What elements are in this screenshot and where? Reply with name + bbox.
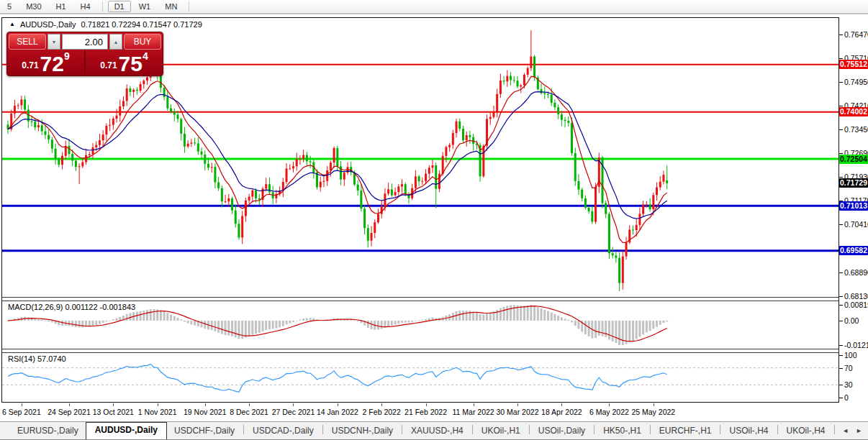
rsi-panel[interactable]: RSI(14) 57.0740 — [2, 352, 838, 402]
price-tick — [839, 35, 843, 35]
date-label: 1 Nov 2021 — [138, 408, 177, 416]
timeframe-toolbar: 5M30H1H4D1W1MN — [0, 0, 868, 14]
macd-panel[interactable]: MACD(12,26,9) 0.001122 -0.001843 — [2, 301, 838, 349]
rsi-label: RSI(14) 57.0740 — [8, 354, 66, 363]
tab-separator — [243, 425, 244, 434]
tab-separator — [402, 425, 402, 434]
date-label: 8 Dec 2021 — [230, 408, 268, 416]
macd-signal-line — [8, 306, 667, 342]
price-tick-label: 0.70410 — [844, 220, 868, 229]
timeframe-button-5[interactable]: 5 — [1, 1, 18, 12]
timeframe-button-h4[interactable]: H4 — [74, 1, 97, 12]
tab-separator — [529, 425, 530, 434]
price-tick-label: 0.74950 — [844, 78, 868, 86]
price-badge: 0.69582 — [839, 246, 868, 255]
volume-decrease-button[interactable]: ▼ — [48, 34, 60, 50]
tab-eurchf-h1[interactable]: EURCHF-,H1 — [652, 423, 719, 439]
symbol-tab-bar: EURUSD-,DailyAUDUSD-,DailyUSDCHF-,DailyU… — [0, 421, 868, 440]
date-tick — [609, 403, 610, 406]
date-tick — [654, 403, 654, 406]
price-chart-panel[interactable]: ▲ AUDUSD-,Daily 0.71821 0.72294 0.71547 … — [2, 18, 838, 298]
volume-increase-button[interactable]: ▲ — [109, 34, 122, 50]
date-tick — [381, 403, 382, 406]
tab-usoil-h4[interactable]: USOil-,H4 — [722, 423, 775, 439]
price-tick — [839, 224, 843, 225]
timeframe-button-d1[interactable]: D1 — [108, 1, 131, 12]
date-label: 18 Apr 2022 — [541, 408, 582, 416]
date-tick — [158, 403, 158, 406]
buy-button[interactable]: BUY — [124, 34, 161, 50]
price-badge: 0.71729 — [839, 178, 868, 188]
tab-separator — [777, 425, 778, 434]
timeframe-button-h1[interactable]: H1 — [50, 1, 73, 12]
price-tick — [839, 106, 843, 106]
price-axis[interactable]: 0.764700.757100.749500.742100.734500.726… — [839, 17, 868, 421]
tab-usdcnh-daily[interactable]: USDCNH-,Daily — [325, 423, 400, 439]
terminal-window: 5M30H1H4D1W1MN ▲ AUDUSD-,Daily 0.71821 0… — [0, 0, 868, 440]
date-tick — [517, 403, 518, 406]
date-tick — [293, 403, 294, 406]
tab-eurusd-daily[interactable]: EURUSD-,Daily — [10, 423, 86, 439]
tab-ukoil-h4[interactable]: UKOil-,H4 — [779, 423, 833, 439]
rsi-axis-label: 70 — [844, 364, 853, 372]
date-tick — [69, 403, 70, 406]
date-tick — [113, 403, 114, 406]
tab-separator — [594, 425, 595, 434]
macd-label: MACD(12,26,9) 0.001122 -0.001843 — [8, 303, 135, 311]
volume-input[interactable]: 2.00 — [62, 34, 108, 50]
date-tick — [205, 403, 206, 406]
tab-hk50-h1[interactable]: HK50-,H1 — [596, 423, 648, 439]
sell-price-big: 72 — [40, 55, 64, 73]
chart-ohlc-values: 0.71821 0.72294 0.71547 0.71729 — [81, 20, 202, 29]
price-badge: 0.71013 — [839, 201, 868, 211]
price-tick-label: 0.73450 — [844, 125, 868, 134]
date-axis[interactable]: 6 Sep 202124 Sep 202113 Oct 20211 Nov 20… — [0, 403, 839, 421]
date-label: 24 Sep 2021 — [48, 408, 91, 416]
price-badge: 0.74002 — [839, 107, 868, 116]
date-label: 2 Feb 2022 — [363, 408, 401, 416]
tab-separator — [472, 425, 473, 434]
price-tick — [839, 129, 843, 130]
sell-button[interactable]: SELL — [9, 34, 46, 50]
rsi-axis-label: 30 — [844, 380, 853, 389]
buy-price-display[interactable]: 0.71 75 4 — [86, 50, 163, 75]
price-tick — [839, 82, 843, 83]
date-tick — [561, 403, 562, 406]
tab-xauusd-h4[interactable]: XAUUSD-,H4 — [404, 423, 471, 439]
price-tick — [839, 296, 843, 297]
macd-axis-tick — [839, 321, 843, 321]
timeframe-button-m30[interactable]: M30 — [19, 1, 48, 12]
date-tick — [426, 403, 427, 406]
rsi-axis-tick — [839, 355, 843, 356]
tab-scroll-arrows: ◄► — [835, 427, 862, 434]
buy-price-prefix: 0.71 — [100, 60, 117, 70]
timeframe-button-mn[interactable]: MN — [158, 1, 184, 12]
tab-scroll-left-button[interactable]: ◄ — [842, 427, 849, 434]
date-tick — [474, 403, 474, 406]
toolbar-separator — [189, 1, 189, 12]
timeframe-button-w1[interactable]: W1 — [132, 1, 158, 12]
price-tick-label: 0.76470 — [844, 30, 868, 39]
price-tick — [839, 177, 843, 178]
macd-axis-tick — [839, 345, 843, 346]
sell-price-display[interactable]: 0.71 72 9 — [7, 50, 86, 75]
tab-separator — [650, 425, 651, 434]
price-badge: 0.75512 — [839, 60, 868, 69]
date-label: 27 Dec 2021 — [272, 408, 315, 416]
chart-symbol-label: AUDUSD-,Daily — [20, 20, 76, 29]
tab-usdcad-daily[interactable]: USDCAD-,Daily — [245, 423, 321, 439]
tab-usoil-daily[interactable]: USOil-,Daily — [531, 423, 592, 439]
price-tick-label: 0.68130 — [844, 292, 868, 301]
one-click-toggle-icon[interactable]: ▲ — [9, 21, 15, 28]
tab-audusd-daily[interactable]: AUDUSD-,Daily — [86, 422, 167, 439]
tab-separator — [322, 425, 323, 434]
tab-ukoil-h1[interactable]: UKOil-,H1 — [474, 423, 528, 439]
date-tick — [22, 403, 22, 406]
rsi-canvas[interactable] — [2, 353, 838, 402]
tab-scroll-right-button[interactable]: ► — [856, 427, 862, 434]
tab-usdchf-daily[interactable]: USDCHF-,Daily — [167, 423, 242, 439]
chart-window: ▲ AUDUSD-,Daily 0.71821 0.72294 0.71547 … — [1, 17, 839, 403]
chart-title: ▲ AUDUSD-,Daily 0.71821 0.72294 0.71547 … — [9, 20, 202, 29]
sell-price-prefix: 0.71 — [22, 60, 38, 70]
toolbar-separator — [102, 1, 103, 12]
